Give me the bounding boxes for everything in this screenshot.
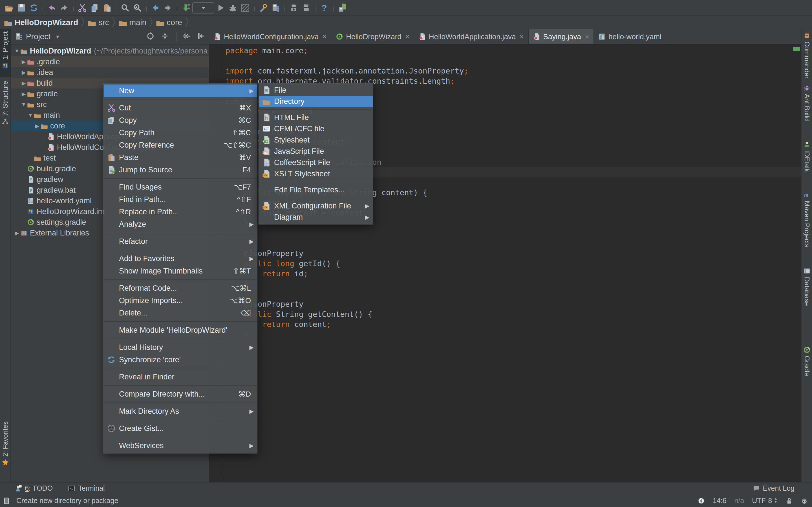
- menu-item-Show Image Thumbnails[interactable]: Show Image Thumbnails⇧⌘T: [104, 265, 257, 277]
- tree-expand-arrow[interactable]: ▶: [20, 80, 27, 87]
- tab-close-icon[interactable]: ×: [405, 33, 409, 41]
- tool-stripe-2-favorites[interactable]: 2: Favorites: [0, 419, 11, 473]
- menu-item-Create Gist...[interactable]: Create Gist...: [104, 422, 257, 435]
- caret-position[interactable]: 14:6: [713, 497, 726, 505]
- tool-stripe-maven-projects[interactable]: mMaven Projects: [802, 189, 812, 249]
- tree-item-.idea[interactable]: ▶.idea: [11, 67, 209, 78]
- tree-expand-arrow[interactable]: ▶: [20, 91, 27, 97]
- file-encoding[interactable]: UTF-8▲▼: [752, 497, 777, 505]
- menu-item-Paste[interactable]: Paste⌘V: [104, 151, 257, 164]
- lock-icon[interactable]: [785, 497, 793, 504]
- highlight-level[interactable]: n/a: [734, 497, 744, 505]
- toolbar-cut-button[interactable]: [76, 2, 89, 14]
- toolbar-copy-button[interactable]: [89, 2, 101, 14]
- menu-item-Refactor[interactable]: Refactor▶: [104, 235, 257, 247]
- menu-item-JavaScript File[interactable]: JSJavaScript File: [259, 146, 373, 157]
- toolbar-open-button[interactable]: [3, 2, 15, 14]
- menu-item-Reveal in Finder[interactable]: Reveal in Finder: [104, 371, 257, 383]
- tree-item-HelloDropWizard[interactable]: ▼HelloDropWizard (~/Projects/thoughtwork…: [11, 46, 209, 56]
- menu-item-XSLT Stylesheet[interactable]: <>XSLT Stylesheet: [259, 168, 373, 179]
- tree-expand-arrow[interactable]: ▶: [34, 123, 41, 129]
- menu-item-Compare Directory with...[interactable]: Compare Directory with...⌘D: [104, 388, 257, 400]
- tool-stripe-commander[interactable]: Commander: [802, 30, 812, 81]
- menu-item-Find Usages[interactable]: Find Usages⌥F7: [104, 181, 257, 193]
- editor-tab-hello-world.yaml[interactable]: hello-world.yaml: [594, 29, 666, 44]
- menu-item-Mark Directory As[interactable]: Mark Directory As▶: [104, 405, 257, 417]
- toolbar-redo-button[interactable]: [58, 2, 70, 14]
- toolbar-settings-button[interactable]: [257, 2, 269, 14]
- menu-item-Jump to Source[interactable]: Jump to SourceF4: [104, 164, 257, 176]
- menu-item-Copy Reference[interactable]: Copy Reference⌥⇧⌘C: [104, 139, 257, 151]
- tree-expand-arrow[interactable]: ▼: [13, 48, 20, 54]
- tool-stripe-ant-build[interactable]: Ant Build: [802, 82, 812, 123]
- menu-item-Replace in Path...[interactable]: Replace in Path...^⇧R: [104, 206, 257, 218]
- tool-window-tab-terminal[interactable]: Terminal: [68, 484, 105, 492]
- breadcrumb-item-main[interactable]: main: [119, 18, 147, 27]
- toolbar-help-button[interactable]: ?: [318, 2, 331, 14]
- toolbar-attach-debugger-button[interactable]: [336, 2, 349, 14]
- menu-item-Synchronize 'core'[interactable]: Synchronize 'core': [104, 353, 257, 366]
- toolbar-paste-button[interactable]: [101, 2, 113, 14]
- toolbar-run-config-select-button[interactable]: [192, 2, 214, 13]
- panel-collapse-all-button[interactable]: [161, 32, 170, 41]
- toolbar-replace-button[interactable]: A: [132, 2, 144, 14]
- toolbar-coverage-button[interactable]: [239, 2, 252, 14]
- menu-item-Make Module 'HelloDropWizard'[interactable]: Make Module 'HelloDropWizard': [104, 324, 257, 336]
- tool-stripe-database[interactable]: Database: [802, 265, 812, 308]
- toolbar-find-button[interactable]: [119, 2, 132, 14]
- toolbar-compile-button[interactable]: 0110: [180, 2, 192, 14]
- menu-item-WebServices[interactable]: WebServices▶: [104, 439, 257, 452]
- tool-stripe-7-structure[interactable]: 7: Structure: [0, 78, 11, 129]
- tool-window-tab-6-todo[interactable]: 6: TODO: [15, 484, 53, 492]
- tree-expand-arrow[interactable]: ▶: [20, 59, 27, 65]
- menu-item-Edit File Templates...[interactable]: Edit File Templates...: [259, 184, 373, 195]
- menu-item-Analyze[interactable]: Analyze▶: [104, 218, 257, 230]
- toolbar-back-button[interactable]: [149, 2, 162, 14]
- tree-expand-arrow[interactable]: ▼: [27, 112, 34, 118]
- breadcrumb-item-src[interactable]: src: [88, 18, 109, 27]
- menu-item-HTML File[interactable]: hHTML File: [259, 112, 373, 123]
- inspection-status-square[interactable]: [793, 47, 800, 51]
- tree-expand-arrow[interactable]: ▶: [20, 69, 27, 76]
- tab-close-icon[interactable]: ×: [585, 33, 589, 41]
- menu-item-XML Configuration File[interactable]: <>XML Configuration File▶: [259, 200, 373, 212]
- tool-stripe-1-project[interactable]: 1: Project: [0, 29, 11, 77]
- tree-item-.gradle[interactable]: ▶.gradle: [11, 56, 209, 67]
- menu-item-Delete...[interactable]: Delete...⌫: [104, 307, 257, 319]
- panel-locate-button[interactable]: [146, 32, 156, 41]
- toolbar-project-structure-button[interactable]: [269, 2, 282, 14]
- menu-item-Optimize Imports...[interactable]: Optimize Imports...⌥⌘O: [104, 294, 257, 307]
- menu-item-Stylesheet[interactable]: CSSStylesheet: [259, 134, 373, 146]
- menu-item-Cut[interactable]: Cut⌘X: [104, 102, 257, 114]
- toolbar-sync-button[interactable]: [28, 2, 40, 14]
- toolbar-undo-button[interactable]: [46, 2, 58, 14]
- tool-window-switcher-icon[interactable]: [3, 497, 10, 504]
- editor-tab-Saying.java[interactable]: Saying.java×: [529, 29, 594, 44]
- tab-close-icon[interactable]: ×: [322, 33, 326, 41]
- menu-item-CoffeeScript File[interactable]: CoffeeScript File: [259, 157, 373, 168]
- hector-inspector-icon[interactable]: [801, 497, 808, 504]
- menu-item-File[interactable]: File: [259, 84, 373, 96]
- editor-tab-HelloWorldApplication.java[interactable]: HelloWorldApplication.java×: [414, 29, 529, 44]
- tree-expand-arrow[interactable]: ▼: [20, 101, 27, 108]
- menu-item-Add to Favorites[interactable]: Add to Favorites▶: [104, 252, 257, 265]
- menu-item-Reformat Code...[interactable]: Reformat Code...⌥⌘L: [104, 282, 257, 294]
- menu-item-New[interactable]: New▶: [104, 84, 257, 97]
- toolbar-debug-button[interactable]: [227, 2, 239, 14]
- panel-hide-panel-button[interactable]: [197, 32, 206, 41]
- breadcrumb-item-HelloDropWizard[interactable]: HelloDropWizard: [4, 18, 78, 27]
- inspection-profile-icon[interactable]: [698, 497, 705, 504]
- menu-item-Find in Path...[interactable]: Find in Path...^⇧F: [104, 193, 257, 206]
- toolbar-run-button[interactable]: [214, 2, 227, 14]
- toolbar-save-button[interactable]: [15, 2, 28, 14]
- menu-item-Copy[interactable]: Copy⌘C: [104, 114, 257, 126]
- toolbar-forward-button[interactable]: [162, 2, 174, 14]
- breadcrumb-item-core[interactable]: core: [156, 18, 182, 27]
- toolbar-sdk-manager-button[interactable]: [288, 2, 300, 14]
- tool-stripe-idetalk[interactable]: IDEtalk: [802, 138, 812, 174]
- menu-item-Copy Path[interactable]: Copy Path⇧⌘C: [104, 126, 257, 139]
- toolbar-avd-manager-button[interactable]: [300, 2, 312, 14]
- event-log-button[interactable]: Event Log: [753, 484, 812, 492]
- editor-tab-HelloDropWizard[interactable]: HelloDropWizard×: [331, 29, 414, 44]
- menu-item-Diagram[interactable]: Diagram▶: [259, 212, 373, 223]
